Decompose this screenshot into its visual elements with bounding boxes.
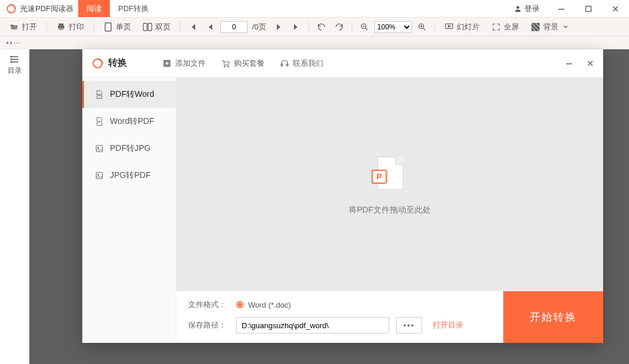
svg-rect-3: [586, 6, 591, 11]
file-image-icon: [95, 171, 104, 180]
single-page-button[interactable]: 单页: [99, 18, 136, 36]
dialog-titlebar: 转换 添加文件 购买套餐 联系我们: [82, 49, 603, 77]
dialog-close-button[interactable]: [587, 60, 594, 67]
fullscreen-icon: [491, 22, 501, 32]
svg-point-31: [227, 66, 229, 67]
file-word-icon: W: [95, 90, 104, 99]
toc-icon: [9, 54, 20, 65]
svg-point-20: [16, 42, 18, 43]
page-number-input[interactable]: [220, 21, 247, 33]
open-dir-link[interactable]: 打开目录: [433, 320, 463, 331]
chevron-down-icon: [563, 24, 568, 30]
zoom-in-button[interactable]: [414, 18, 430, 36]
nav-label: JPG转PDF: [110, 170, 150, 181]
content-area: 目录 转换 添加文件 购买套餐: [0, 49, 629, 364]
last-page-icon: [292, 23, 300, 31]
svg-point-40: [98, 174, 99, 176]
nav-pdf-to-jpg[interactable]: PDF转JPG: [82, 135, 176, 162]
double-page-button[interactable]: 双页: [138, 18, 175, 36]
dialog-tools: 添加文件 购买套餐 联系我们: [162, 58, 323, 69]
login-button[interactable]: 登录: [506, 4, 548, 14]
nav-label: PDF转Word: [110, 89, 154, 100]
app-logo-icon: [92, 58, 103, 69]
svg-rect-6: [59, 28, 63, 30]
first-page-icon: [189, 23, 197, 31]
separator: [93, 22, 94, 32]
svg-rect-2: [558, 9, 564, 10]
svg-point-1: [517, 6, 520, 9]
svg-rect-33: [286, 63, 288, 66]
collapse-icon: [6, 39, 20, 46]
folder-open-icon: [9, 22, 19, 32]
contact-us-button[interactable]: 联系我们: [280, 58, 323, 69]
dialog-minimize-button[interactable]: [566, 60, 573, 67]
add-file-label: 添加文件: [175, 58, 206, 69]
svg-point-21: [19, 42, 20, 43]
radio-icon: [236, 301, 243, 308]
rotate-right-button[interactable]: [332, 18, 347, 36]
browse-path-button[interactable]: •••: [396, 317, 422, 333]
app-logo: 光速PDF阅读器: [0, 0, 78, 17]
dialog-main: P 将PDF文件拖动至此处 文件格式： Word (*.doc): [176, 77, 603, 343]
toc-button[interactable]: 目录: [8, 54, 22, 76]
add-file-button[interactable]: 添加文件: [162, 58, 206, 69]
print-label: 打印: [69, 22, 84, 32]
document-viewport[interactable]: 转换 添加文件 购买套餐 联系我们: [29, 49, 629, 364]
start-convert-button[interactable]: 开始转换: [503, 291, 603, 343]
tab-pdf-convert[interactable]: PDF转换: [110, 0, 157, 17]
nav-label: Word转PDF: [110, 116, 154, 127]
tab-label: 阅读: [86, 4, 102, 14]
page-total: /0页: [250, 22, 269, 32]
svg-rect-39: [96, 173, 103, 179]
fullscreen-button[interactable]: 全屏: [487, 18, 524, 36]
maximize-button[interactable]: [575, 5, 602, 12]
first-page-button[interactable]: [185, 18, 200, 36]
slideshow-button[interactable]: 幻灯片: [440, 18, 484, 36]
background-button[interactable]: 背景: [526, 18, 573, 36]
login-label: 登录: [524, 4, 540, 14]
rotate-left-button[interactable]: [314, 18, 329, 36]
printer-icon: [56, 22, 66, 32]
slideshow-label: 幻灯片: [457, 22, 480, 32]
svg-rect-9: [148, 23, 152, 30]
next-page-icon: [275, 23, 282, 31]
buy-pack-button[interactable]: 购买套餐: [221, 58, 265, 69]
buy-pack-label: 购买套餐: [234, 58, 265, 69]
nav-word-to-pdf[interactable]: P Word转PDF: [82, 108, 176, 135]
open-label: 打开: [22, 22, 37, 32]
dialog-footer-left: 文件格式： Word (*.doc) 保存路径： ••• 打开目录: [176, 291, 503, 343]
toc-label: 目录: [8, 66, 22, 76]
print-button[interactable]: 打印: [52, 18, 89, 36]
zoom-select[interactable]: 100%: [374, 21, 412, 33]
nav-pdf-to-word[interactable]: W PDF转Word: [82, 81, 176, 108]
open-button[interactable]: 打开: [5, 18, 42, 36]
path-label: 保存路径：: [188, 320, 229, 331]
nav-label: PDF转JPG: [110, 143, 150, 154]
save-path-input[interactable]: [236, 317, 389, 333]
tab-read[interactable]: 阅读: [78, 0, 110, 17]
minimize-button[interactable]: [548, 5, 575, 12]
drop-area[interactable]: P 将PDF文件拖动至此处: [176, 77, 603, 291]
file-pdf-icon: P: [95, 117, 104, 126]
drop-illustration: P: [369, 153, 410, 194]
close-button[interactable]: [602, 5, 629, 12]
format-radio-word[interactable]: Word (*.doc): [236, 301, 291, 309]
double-page-icon: [143, 22, 152, 32]
svg-line-11: [366, 28, 367, 30]
prev-page-button[interactable]: [203, 18, 218, 36]
last-page-button[interactable]: [289, 18, 304, 36]
format-label: 文件格式：: [188, 299, 229, 310]
collapse-handle[interactable]: [6, 39, 24, 46]
nav-jpg-to-pdf[interactable]: JPG转PDF: [82, 162, 176, 189]
contact-us-label: 联系我们: [293, 58, 323, 69]
single-page-icon: [103, 22, 113, 32]
path-row: 保存路径： ••• 打开目录: [188, 317, 491, 333]
minimize-icon: [558, 5, 565, 12]
zoom-out-button[interactable]: [357, 18, 372, 36]
rotate-right-icon: [334, 22, 344, 32]
maximize-icon: [585, 5, 592, 12]
slideshow-icon: [444, 22, 454, 32]
next-page-button[interactable]: [271, 18, 286, 36]
dialog-nav: W PDF转Word P Word转PDF PDF转JPG JPG转PDF: [82, 77, 176, 343]
separator: [352, 22, 352, 32]
